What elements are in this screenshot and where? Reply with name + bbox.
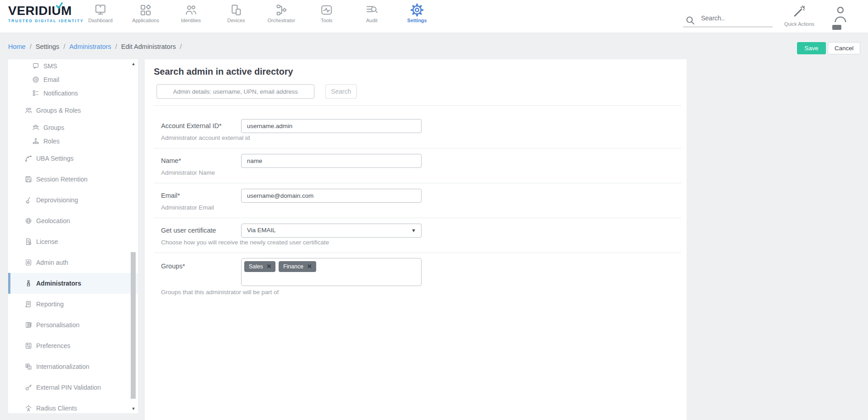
certificate-select[interactable]: Via EMAIL▼ [241, 224, 422, 238]
field-helper: Administrator Email [161, 204, 214, 211]
preferences-icon [24, 342, 33, 352]
nav-item-label: Devices [213, 18, 259, 23]
nav-item-devices[interactable]: Devices [213, 3, 259, 23]
session-retention-icon [24, 175, 33, 185]
geolocation-icon [24, 217, 33, 227]
nav-item-identities[interactable]: Identities [168, 3, 213, 23]
sidebar-item-notifications[interactable]: Notifications [8, 86, 138, 100]
user-menu[interactable] [830, 5, 850, 30]
svg-text:A: A [28, 367, 30, 369]
dashboard-icon [78, 3, 123, 17]
sidebar-item-label: Radius Clients [36, 404, 77, 412]
user-status-badge [832, 25, 841, 30]
nav-item-settings[interactable]: Settings [394, 3, 440, 23]
select-value: Via EMAIL [247, 227, 276, 234]
group-tag: Sales✕ [244, 261, 275, 272]
devices-icon [213, 3, 259, 17]
sidebar-item-license[interactable]: License [8, 231, 138, 252]
nav-item-dashboard[interactable]: Dashboard [78, 3, 123, 23]
groups-icon [32, 124, 40, 134]
breadcrumb-home[interactable]: Home [8, 43, 26, 50]
scroll-up-arrow[interactable]: ▲ [131, 61, 136, 67]
audit-icon [349, 3, 394, 17]
sidebar-item-sms[interactable]: SMS [8, 59, 138, 73]
sidebar-items: SMS@EmailNotificationsGroups & RolesGrou… [8, 59, 138, 413]
sidebar-scrollbar[interactable] [131, 252, 136, 399]
deprovisioning-icon [24, 196, 33, 206]
sidebar-item-deprovisioning[interactable]: Deprovisioning [8, 190, 138, 210]
nav-item-orchestrator[interactable]: Orchestrator [259, 3, 304, 23]
sidebar-item-admin-auth[interactable]: Admin auth [8, 252, 138, 273]
nav-item-label: Dashboard [78, 18, 123, 23]
admin-search-button[interactable]: Search [325, 84, 357, 99]
roles-icon [32, 137, 40, 147]
identities-icon [168, 3, 213, 17]
nav-item-label: Identities [168, 18, 213, 23]
nav-item-label: Orchestrator [259, 18, 304, 23]
main-panel: Search admin in active directory Search … [145, 59, 687, 420]
quick-actions-button[interactable]: Quick Actions [783, 5, 815, 27]
sidebar-item-groups-roles[interactable]: Groups & Roles [8, 100, 138, 121]
scroll-down-arrow[interactable]: ▼ [131, 406, 136, 411]
sidebar-item-internationalization[interactable]: AInternationalization [8, 356, 138, 377]
breadcrumb-edit-administrators: Edit Administrators [121, 43, 176, 50]
group-tag-label: Sales [249, 263, 263, 270]
external-pin-icon [24, 383, 33, 393]
sidebar-item-label: Groups [43, 124, 64, 132]
save-button[interactable]: Save [797, 42, 826, 54]
close-icon[interactable]: ✕ [307, 263, 312, 270]
sidebar-item-label: Email [43, 76, 59, 84]
nav-item-label: Settings [394, 18, 440, 23]
veridium-logo[interactable]: VERIDIUM TRUSTED DIGITAL IDENTITY [8, 4, 81, 23]
sidebar-item-geolocation[interactable]: Geolocation [8, 210, 138, 231]
field-input-2[interactable] [241, 189, 422, 203]
field-label: Name* [161, 157, 181, 164]
breadcrumb-bar: Home/Settings/Administrators/Edit Admini… [0, 33, 868, 59]
sms-icon [32, 62, 40, 72]
breadcrumb-separator: / [180, 43, 182, 50]
sidebar-item-uba-settings[interactable]: UBA Settings [8, 148, 138, 169]
cancel-button[interactable]: Cancel [828, 42, 860, 54]
sidebar-item-preferences[interactable]: Preferences [8, 335, 138, 356]
notifications-icon [32, 89, 40, 99]
field-label: Groups* [161, 262, 185, 270]
field-helper: Groups that this administrator will be p… [161, 289, 279, 296]
sidebar-item-label: Personalisation [36, 321, 80, 329]
global-search-input[interactable] [701, 14, 769, 22]
sidebar-item-reporting[interactable]: Reporting [8, 294, 138, 315]
sidebar-item-email[interactable]: @Email [8, 73, 138, 86]
breadcrumb-separator: / [115, 43, 117, 50]
avatar-icon [830, 5, 850, 24]
sidebar-item-administrators[interactable]: Administrators [8, 273, 138, 294]
sidebar-item-session-retention[interactable]: Session Retention [8, 169, 138, 190]
field-helper: Administrator Name [161, 169, 215, 176]
breadcrumb-administrators[interactable]: Administrators [69, 43, 111, 50]
nav-item-applications[interactable]: Applications [123, 3, 168, 23]
orchestrator-icon [259, 3, 304, 17]
chevron-down-icon: ▼ [411, 228, 416, 233]
sidebar-item-roles[interactable]: Roles [8, 134, 138, 148]
tools-icon [304, 3, 349, 17]
nav-item-tools[interactable]: Tools [304, 3, 349, 23]
sidebar-item-groups[interactable]: Groups [8, 121, 138, 134]
sidebar-item-radius-clients[interactable]: Radius Clients [8, 398, 138, 413]
admin-search-input[interactable] [157, 84, 314, 99]
sidebar-item-personalisation[interactable]: Personalisation [8, 315, 138, 335]
nav-item-audit[interactable]: Audit [349, 3, 394, 23]
field-input-0[interactable] [241, 119, 422, 133]
groups-multiselect[interactable]: Sales✕Finance✕ [241, 258, 422, 286]
top-navigation-bar: VERIDIUM TRUSTED DIGITAL IDENTITY Dashbo… [0, 0, 868, 33]
sidebar-item-label: Preferences [36, 342, 70, 350]
field-input-1[interactable] [241, 154, 422, 168]
breadcrumb-separator: / [30, 43, 32, 50]
field-label: Email* [161, 192, 180, 199]
field-label: Get user certificate [161, 227, 216, 234]
uba-settings-icon [24, 154, 33, 164]
sidebar-item-external-pin-validation[interactable]: External PIN Validation [8, 377, 138, 398]
close-icon[interactable]: ✕ [266, 263, 271, 270]
sidebar-item-label: Session Retention [36, 175, 88, 183]
applications-icon [123, 3, 168, 17]
settings-sidebar: SMS@EmailNotificationsGroups & RolesGrou… [8, 59, 138, 413]
groups-roles-icon [24, 106, 33, 116]
field-label: Account External ID* [161, 122, 222, 129]
